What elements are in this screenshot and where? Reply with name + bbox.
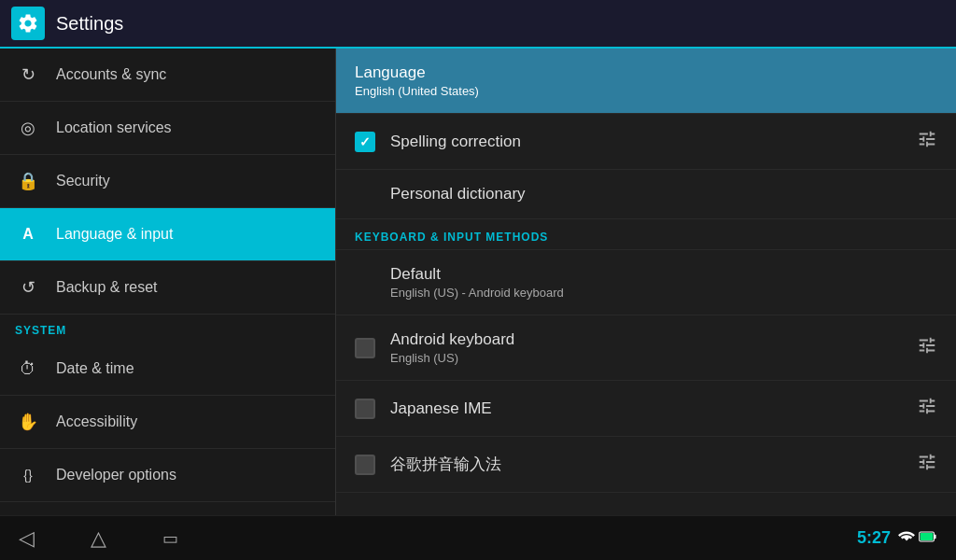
language-text: Language English (United States) [355, 63, 937, 98]
nav-bar: ◁ △ ▭ 5:27 [0, 515, 956, 560]
google-pinyin-settings-icon[interactable] [917, 452, 937, 477]
android-keyboard-settings-icon[interactable] [917, 335, 937, 360]
accessibility-icon: ✋ [15, 409, 41, 435]
google-pinyin-checkbox[interactable] [355, 455, 375, 475]
language-title: Language [355, 63, 937, 82]
spelling-correction-settings-icon[interactable] [917, 129, 937, 154]
settings-icon-svg [17, 12, 39, 35]
status-icons [898, 529, 937, 547]
keyboard-section-header: KEYBOARD & INPUT METHODS [336, 219, 956, 250]
sidebar-label-accounts-sync: Accounts & sync [56, 66, 166, 83]
android-keyboard-checkbox[interactable] [355, 338, 375, 358]
spelling-correction-checkbox[interactable] [355, 132, 375, 152]
sidebar-item-location-services[interactable]: ◎ Location services [0, 102, 335, 155]
sync-icon: ↻ [15, 62, 41, 88]
status-bar: 5:27 [857, 528, 937, 548]
sidebar-label-language-input: Language & input [56, 226, 173, 243]
japanese-ime-title: Japanese IME [390, 399, 917, 418]
clock-icon: ⏱ [15, 356, 41, 382]
android-keyboard-title: Android keyboard [390, 330, 917, 349]
developer-icon: {} [15, 462, 41, 488]
detail-item-personal-dictionary[interactable]: Personal dictionary [336, 170, 956, 219]
personal-dictionary-text: Personal dictionary [355, 185, 937, 203]
sidebar-label-backup-reset: Backup & reset [56, 279, 158, 296]
detail-panel: Language English (United States) Spellin… [336, 49, 956, 515]
android-keyboard-subtitle: English (US) [390, 351, 917, 365]
detail-item-default[interactable]: Default English (US) - Android keyboard [336, 250, 956, 315]
japanese-ime-text: Japanese IME [390, 399, 917, 418]
sidebar-label-date-time: Date & time [56, 360, 134, 377]
detail-item-spelling-correction[interactable]: Spelling correction [336, 114, 956, 170]
sidebar-item-backup-reset[interactable]: ↺ Backup & reset [0, 261, 335, 315]
google-pinyin-title: 谷歌拼音输入法 [390, 454, 917, 475]
checkbox-checked-icon [355, 132, 375, 152]
sidebar-item-date-time[interactable]: ⏱ Date & time [0, 343, 335, 396]
page-title: Settings [56, 13, 123, 35]
sidebar-label-developer-options: Developer options [56, 467, 176, 483]
svg-rect-2 [921, 533, 934, 540]
detail-item-japanese-ime[interactable]: Japanese IME [336, 381, 956, 437]
japanese-ime-settings-icon[interactable] [917, 396, 937, 421]
detail-item-google-pinyin[interactable]: 谷歌拼音输入法 [336, 437, 956, 493]
location-icon: ◎ [15, 115, 41, 141]
language-icon: A [15, 221, 41, 247]
checkbox-empty-icon [355, 338, 375, 358]
sidebar-item-language-input[interactable]: A Language & input [0, 208, 335, 261]
default-title: Default [390, 265, 937, 284]
sidebar-item-security[interactable]: 🔒 Security [0, 155, 335, 208]
detail-item-language[interactable]: Language English (United States) [336, 49, 956, 114]
android-keyboard-text: Android keyboard English (US) [390, 330, 917, 365]
nav-buttons: ◁ △ ▭ [19, 526, 178, 551]
sidebar-item-about-tablet[interactable]: ℹ About tablet [0, 502, 335, 515]
sidebar: ↻ Accounts & sync ◎ Location services 🔒 … [0, 49, 336, 515]
google-pinyin-text: 谷歌拼音输入法 [390, 454, 917, 475]
spelling-correction-text: Spelling correction [390, 133, 917, 151]
lock-icon: 🔒 [15, 168, 41, 194]
detail-item-android-keyboard[interactable]: Android keyboard English (US) [336, 315, 956, 381]
recent-apps-button[interactable]: ▭ [162, 528, 178, 549]
sidebar-item-accessibility[interactable]: ✋ Accessibility [0, 396, 335, 449]
backup-icon: ↺ [15, 274, 41, 301]
wifi-icon [898, 529, 915, 547]
time-display: 5:27 [857, 528, 891, 548]
title-bar: Settings [0, 0, 956, 49]
back-button[interactable]: ◁ [19, 526, 35, 551]
sidebar-label-security: Security [56, 173, 110, 189]
sidebar-item-accounts-sync[interactable]: ↻ Accounts & sync [0, 49, 335, 102]
sidebar-label-accessibility: Accessibility [56, 413, 137, 430]
battery-icon [919, 529, 937, 547]
sidebar-label-location-services: Location services [56, 119, 172, 136]
sidebar-item-developer-options[interactable]: {} Developer options [0, 449, 335, 502]
default-subtitle: English (US) - Android keyboard [390, 286, 937, 300]
japanese-ime-checkbox[interactable] [355, 399, 375, 419]
default-text: Default English (US) - Android keyboard [355, 265, 937, 300]
checkbox-empty-icon2 [355, 399, 375, 419]
spelling-correction-title: Spelling correction [390, 133, 917, 151]
personal-dictionary-title: Personal dictionary [390, 185, 937, 203]
svg-rect-1 [934, 535, 935, 539]
home-button[interactable]: △ [91, 526, 106, 551]
system-section-label: SYSTEM [0, 315, 335, 343]
language-subtitle: English (United States) [355, 84, 937, 98]
settings-app-icon [11, 7, 45, 40]
checkbox-empty-icon3 [355, 455, 375, 475]
main-content: ↻ Accounts & sync ◎ Location services 🔒 … [0, 49, 956, 515]
